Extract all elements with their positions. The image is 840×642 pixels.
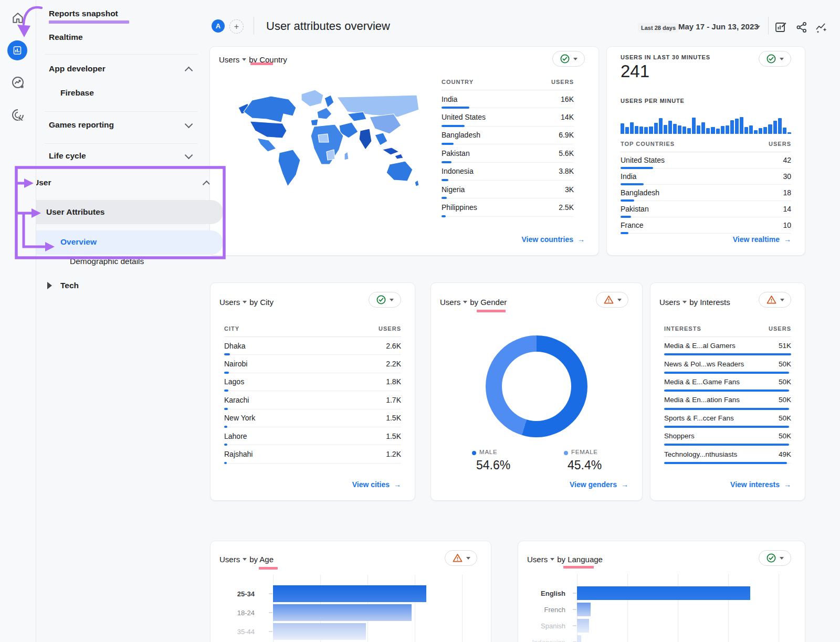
explore-icon[interactable] [11,76,25,89]
users-by-age-card: Users by Age 25-3418-2435-44 [210,541,491,642]
minute-bar [701,122,705,134]
minute-bar [740,117,743,134]
minute-bar [621,123,624,134]
warning-status-icon [766,294,777,305]
view-realtime-link[interactable]: View realtime→ [733,235,791,244]
metric-selector[interactable]: Users [440,298,460,307]
dimension-label: by Gender [470,298,507,307]
chevron-down-icon[interactable] [682,301,687,303]
minute-bar [668,121,672,134]
view-interests-link[interactable]: View interests→ [730,480,791,489]
nav-life-cycle[interactable]: Life cycle [49,151,86,161]
left-rail [0,0,36,642]
minute-bar [635,126,638,134]
data-quality-button[interactable] [759,51,791,67]
view-cities-link[interactable]: View cities→ [352,480,401,489]
table-row: Pakistan14 [621,201,791,217]
collapsed-triangle-icon[interactable] [47,282,52,289]
bar-chart-icon [12,45,23,56]
age-bar [273,623,366,640]
chevron-down-icon[interactable] [185,120,193,129]
minute-bar [726,125,729,134]
chevron-down-icon[interactable] [756,26,760,28]
users-by-gender-card: Users by Gender MALE 54.6% FEMALE 45.4% … [430,282,643,501]
nav-demographic-details[interactable]: Demographic details [70,257,144,266]
nav-app-developer[interactable]: App developer [49,64,106,73]
table-row: Indonesia3.8K [442,163,574,181]
reports-icon[interactable] [7,40,27,60]
table-row: Karachi1.7K [224,391,401,409]
minute-bar [682,127,686,134]
nav-overview[interactable] [19,230,223,255]
home-icon[interactable] [11,11,25,25]
customize-report-icon[interactable] [774,21,787,34]
data-quality-button[interactable] [596,292,628,308]
data-quality-button[interactable] [759,292,791,308]
chevron-down-icon[interactable] [463,301,467,303]
data-quality-button[interactable] [369,292,401,308]
table-row: Media & En...ation Fans50K [664,391,791,409]
data-quality-button[interactable] [445,550,477,566]
data-quality-button[interactable] [759,550,791,566]
arrow-right-icon: → [621,480,628,489]
minute-bar [625,127,629,134]
arrow-right-icon: → [784,235,791,244]
minute-bar [754,130,758,134]
chevron-down-icon[interactable] [242,58,246,61]
minute-bar [744,127,748,134]
table-row: Bangladesh6.9K [442,127,574,144]
view-countries-link[interactable]: View countries→ [521,235,585,244]
nav-firebase[interactable]: Firebase [60,88,94,98]
pink-underline-language [563,566,594,569]
share-icon[interactable] [795,21,808,34]
dimension-label: by City [249,298,274,307]
table-row: Nairobi2.2K [224,355,401,373]
language-bar [577,586,750,600]
warning-status-icon [452,553,463,563]
table-header: COUNTRYUSERS [442,74,574,90]
minute-bar [673,124,677,134]
dimension-label: by Interests [689,298,730,307]
add-comparison-button[interactable]: + [229,19,244,34]
age-bar [273,585,426,602]
nav-realtime[interactable]: Realtime [49,33,83,42]
chevron-down-icon [780,557,784,560]
ok-status-icon [766,553,776,563]
metric-selector[interactable]: Users [219,298,240,307]
language-bar [577,635,581,642]
age-bar-row: 35-44 [223,623,366,640]
nav-overview-label[interactable]: Overview [60,237,97,247]
divider [768,17,769,35]
metric-selector[interactable]: Users [659,298,680,307]
avatar[interactable]: A [212,19,225,33]
top-countries-table: TOP COUNTRIESUSERSUnited States42India30… [621,136,791,234]
users-by-country-card: Users by Country [209,46,599,256]
minute-bar [749,125,753,134]
minute-bar [711,127,715,134]
metric-selector[interactable]: Users [219,55,239,64]
world-map [234,85,428,205]
chevron-down-icon[interactable] [243,301,247,303]
advertising-icon[interactable] [11,108,25,122]
minute-bar [778,118,782,134]
chevron-down-icon[interactable] [185,151,193,160]
nav-user-attributes-label[interactable]: User Attributes [46,207,104,217]
table-row: New York1.5K [224,409,401,427]
users-per-minute-label: USERS PER MINUTE [621,98,685,104]
nav-reports-snapshot[interactable]: Reports snapshot [49,9,118,18]
nav-games-reporting[interactable]: Games reporting [49,120,114,130]
row-value-bar [442,215,446,217]
insights-icon[interactable] [815,21,827,34]
minute-bar [692,118,696,134]
users-by-interests-card: Users by Interests INTERESTSUSERSMedia &… [650,282,805,501]
view-genders-link[interactable]: View genders→ [570,480,628,489]
date-range-picker[interactable]: May 17 - Jun 13, 2023 [678,22,759,31]
data-quality-button[interactable] [552,51,585,67]
table-header: TOP COUNTRIESUSERS [621,136,791,152]
gender-donut-chart [486,335,587,437]
nav-tech[interactable]: Tech [60,281,79,290]
language-bar-row: Spanish [531,619,589,633]
pink-underline-country [250,62,273,65]
row-value-bar [224,462,227,464]
chevron-up-icon[interactable] [185,67,193,75]
